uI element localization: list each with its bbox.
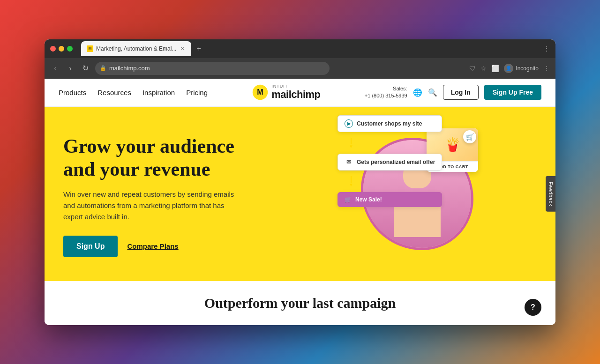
incognito-avatar: 👤	[504, 64, 513, 73]
address-right-controls: 🛡 ☆ ⬜ 👤 Incognito ⋮	[469, 64, 550, 73]
active-tab[interactable]: M Marketing, Automation & Emai... ✕	[81, 41, 191, 56]
hero-signup-button[interactable]: Sign Up	[63, 236, 118, 257]
sale-cart-icon: 🛒	[345, 196, 352, 203]
below-hero-title: Outperform your last campaign	[204, 295, 396, 311]
globe-icon[interactable]: 🌐	[413, 88, 422, 97]
hero-subtitle: Win over new and repeat customers by sen…	[63, 189, 241, 223]
product-emoji: 🍟	[444, 137, 461, 152]
refresh-button[interactable]: ↻	[80, 63, 90, 74]
flow-step-1: ▶ Customer shops my site	[338, 115, 442, 132]
flow-step1-label: Customer shops my site	[357, 120, 422, 127]
close-button[interactable]	[50, 46, 56, 52]
feedback-tab[interactable]: Feedback	[546, 176, 555, 211]
nav-links: Products Resources Inspiration Pricing	[59, 89, 208, 97]
hero-buttons: Sign Up Compare Plans	[63, 236, 270, 257]
tab-favicon-icon: M	[87, 45, 93, 52]
address-bar: ‹ › ↻ 🔒 mailchimp.com 🛡 ☆ ⬜ 👤 Incognito …	[45, 58, 555, 79]
sales-info: Sales: +1 (800) 315-5939	[365, 85, 407, 100]
lock-icon: 🔒	[100, 65, 106, 71]
nav-resources[interactable]: Resources	[98, 89, 131, 97]
shield-icon[interactable]: 🛡	[469, 65, 476, 72]
login-button[interactable]: Log In	[443, 85, 479, 100]
browser-menu-button[interactable]: ⋮	[543, 45, 550, 52]
hero-title: Grow your audience and your revenue	[63, 135, 270, 180]
back-button[interactable]: ‹	[50, 63, 60, 74]
title-bar: M Marketing, Automation & Emai... ✕ + ⋮	[45, 39, 555, 58]
traffic-lights	[50, 46, 73, 52]
hero-left: Grow your audience and your revenue Win …	[63, 121, 279, 272]
main-nav: Products Resources Inspiration Pricing M…	[45, 79, 555, 107]
tab-bar: M Marketing, Automation & Emai... ✕ +	[81, 41, 540, 56]
email-icon: ✉	[345, 158, 353, 166]
cart-icon: 🛒	[466, 133, 474, 141]
logo-text-container: intuit mailchimp	[271, 84, 320, 101]
flow-arrow-1	[351, 138, 352, 144]
mailchimp-logo-icon: M	[252, 84, 269, 101]
minimize-button[interactable]	[59, 46, 64, 52]
tab-title: Marketing, Automation & Emai...	[96, 45, 176, 52]
new-tab-button[interactable]: +	[193, 43, 204, 54]
maximize-button[interactable]	[67, 46, 73, 52]
play-icon: ▶	[345, 119, 353, 128]
url-text: mailchimp.com	[109, 65, 150, 72]
flow-step-2: ✉ Gets personalized email offer	[338, 154, 442, 171]
nav-pricing[interactable]: Pricing	[186, 89, 208, 97]
webpage: Products Resources Inspiration Pricing M…	[45, 79, 555, 325]
svg-text:M: M	[257, 88, 263, 96]
logo-container: M intuit mailchimp	[252, 84, 320, 101]
signup-free-button[interactable]: Sign Up Free	[484, 85, 541, 100]
incognito-badge[interactable]: 👤 Incognito	[504, 64, 539, 73]
nav-logo[interactable]: M intuit mailchimp	[208, 84, 365, 101]
browser-options-icon[interactable]: ⋮	[543, 65, 550, 72]
hero-section: Grow your audience and your revenue Win …	[45, 107, 555, 281]
automation-flow: ▶ Customer shops my site ✉ Gets personal…	[338, 115, 442, 207]
below-hero-section: Outperform your last campaign ?	[45, 281, 555, 325]
url-bar[interactable]: 🔒 mailchimp.com	[95, 62, 330, 75]
flow-step2-label: Gets personalized email offer	[357, 159, 435, 165]
compare-plans-button[interactable]: Compare Plans	[127, 242, 178, 250]
nav-inspiration[interactable]: Inspiration	[142, 89, 175, 97]
flow-step-3: 🛒 New Sale!	[338, 192, 442, 207]
mailchimp-label: mailchimp	[271, 89, 320, 100]
nav-products[interactable]: Products	[59, 89, 86, 97]
flow-arrow-2	[351, 176, 352, 183]
forward-button[interactable]: ›	[65, 63, 75, 74]
search-icon[interactable]: 🔍	[428, 88, 437, 97]
hero-illustration: 🍟 ADD TO CART 🛒 ▶ Customer shops my site	[338, 128, 478, 264]
incognito-label: Incognito	[516, 65, 539, 72]
star-icon[interactable]: ☆	[480, 65, 487, 72]
nav-right: Sales: +1 (800) 315-5939 🌐 🔍 Log In Sign…	[365, 85, 541, 100]
browser-controls-right: ⋮	[543, 45, 550, 52]
tab-close-button[interactable]: ✕	[179, 45, 186, 52]
sales-phone: +1 (800) 315-5939	[365, 92, 407, 99]
hero-right: 🍟 ADD TO CART 🛒 ▶ Customer shops my site	[279, 121, 537, 272]
intuit-label: intuit	[271, 84, 320, 89]
sales-label: Sales:	[365, 85, 407, 92]
browser-window: M Marketing, Automation & Emai... ✕ + ⋮ …	[45, 39, 555, 325]
cart-badge: 🛒	[463, 130, 476, 143]
tab-icon[interactable]: ⬜	[491, 65, 499, 72]
help-button[interactable]: ?	[525, 299, 541, 316]
flow-step3-label: New Sale!	[355, 196, 382, 203]
